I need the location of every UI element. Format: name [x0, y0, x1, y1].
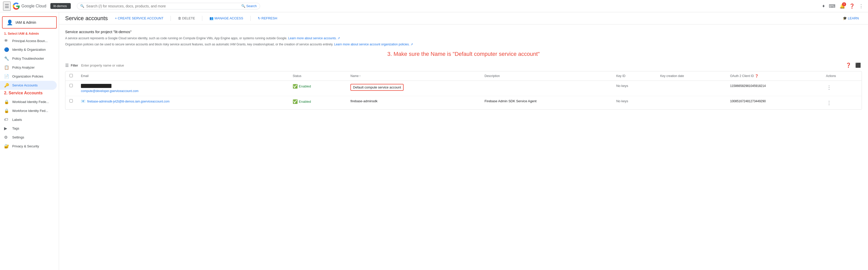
columns-icon[interactable]: ⬛ — [854, 61, 862, 69]
menu-icon[interactable]: ☰ — [3, 2, 11, 11]
sidebar-item-service-accounts[interactable]: 🔑 Service Accounts — [0, 81, 57, 90]
btn-separator-3 — [250, 16, 251, 21]
page-title: Service accounts — [65, 15, 108, 22]
refresh-button[interactable]: ↻ REFRESH — [255, 15, 280, 22]
row2-description-cell: Firebase Admin SDK Service Agent — [480, 96, 612, 110]
page-content: Service accounts for project "lit-demos"… — [59, 25, 868, 115]
row2-status-cell: ✅ Enabled — [288, 96, 346, 110]
row2-oauth-cell: 100851672481273449290 — [726, 96, 822, 110]
topbar: ☰ Google Cloud lit-demos 🔍 🔍 Search ♦ ⌨ … — [0, 0, 868, 12]
google-cloud-logo: Google Cloud — [13, 3, 46, 10]
desc-1: A service account represents a Google Cl… — [65, 36, 862, 40]
more-options-icon-btn[interactable]: ⋮ — [857, 2, 865, 10]
sidebar-item-workforce-identity[interactable]: 🔒 Workforce Identity Fed... — [0, 106, 57, 115]
main-content: Service accounts + CREATE SERVICE ACCOUN… — [59, 12, 868, 270]
sidebar-item-policy-analyzer[interactable]: 📋 Policy Analyzer — [0, 63, 57, 72]
sidebar-header-iam[interactable]: 👤 IAM & Admin — [2, 16, 57, 29]
desc-2-link[interactable]: Learn more about service account organiz… — [334, 43, 413, 46]
row1-actions-button[interactable]: ⋮ — [826, 84, 832, 91]
workforce-identity-icon: 🔒 — [4, 108, 9, 113]
help-icon-btn[interactable]: ❓ — [848, 2, 856, 10]
page-subtitle: Service accounts for project "lit-demos" — [65, 30, 862, 34]
notification-icon-btn[interactable]: 🔔 1 — [838, 2, 847, 10]
row2-status-icon: ✅ — [292, 99, 298, 104]
project-selector[interactable]: lit-demos — [51, 3, 71, 9]
th-checkbox — [65, 72, 77, 81]
terminal-icon-btn[interactable]: ⌨ — [827, 2, 837, 10]
sidebar-item-policy-troubleshooter[interactable]: 🔧 Policy Troubleshooter — [0, 54, 57, 63]
delete-button[interactable]: 🗑 DELETE — [175, 15, 198, 22]
row1-name-highlighted: Default compute service account — [350, 84, 404, 91]
search-btn-icon: 🔍 — [241, 4, 245, 8]
learn-icon: 🎓 — [843, 16, 847, 20]
row2-email-cell: 📧 firebase-adminsdk-jvt2t@lit-demos.iam.… — [77, 96, 288, 110]
policy-troubleshooter-icon: 🔧 — [4, 56, 9, 61]
search-bar: 🔍 🔍 Search — [77, 3, 260, 9]
help-filter-icon[interactable]: ❓ — [845, 61, 852, 69]
filter-input[interactable] — [80, 62, 842, 68]
name-sort-icon: ↑ — [359, 74, 361, 78]
diamond-icon-btn[interactable]: ♦ — [821, 2, 826, 10]
sidebar-item-workload-identity[interactable]: 🔒 Workload Identity Fede... — [0, 98, 57, 106]
learn-button[interactable]: 🎓 LEARN — [840, 15, 862, 22]
service-accounts-icon: 🔑 — [4, 83, 9, 88]
service-accounts-table: Email Status Name ↑ Description Key ID K… — [65, 71, 862, 110]
btn-separator-1 — [170, 16, 171, 21]
annotation-2: 2. Service Accounts — [0, 90, 59, 98]
table-row: compute@developer.gserviceaccount.com ✅ … — [65, 81, 862, 96]
row1-email-cell: compute@developer.gserviceaccount.com — [77, 81, 288, 96]
google-logo-svg — [13, 3, 20, 10]
row1-actions-cell: ⋮ — [822, 81, 862, 96]
desc-1-link[interactable]: Learn more about service accounts. ↗ — [288, 36, 340, 40]
row1-key-date-cell — [656, 81, 726, 96]
search-button[interactable]: 🔍 Search — [241, 4, 257, 8]
topbar-actions: ♦ ⌨ 🔔 1 ❓ ⋮ — [821, 2, 865, 10]
row1-checkbox-cell — [65, 81, 77, 96]
layout: 👤 IAM & Admin 1. Select IAM & Admin 👁 Pr… — [0, 12, 868, 270]
th-email: Email — [77, 72, 288, 81]
row1-key-id-cell: No keys — [612, 81, 656, 96]
table-header-row: Email Status Name ↑ Description Key ID K… — [65, 72, 862, 81]
th-description: Description — [480, 72, 612, 81]
desc-2: Organization policies can be used to sec… — [65, 42, 862, 47]
notification-badge: 1 — [842, 2, 846, 6]
sidebar-item-identity-org[interactable]: 🔵 Identity & Organization — [0, 45, 57, 54]
tags-icon: ▶ — [4, 126, 9, 131]
sidebar-item-org-policies[interactable]: 📄 Organization Policies — [0, 72, 57, 81]
sidebar-item-labels[interactable]: 🏷 Labels — [0, 115, 57, 124]
row1-email-link[interactable]: compute@developer.gserviceaccount.com — [81, 89, 138, 93]
row2-key-date-cell — [656, 96, 726, 110]
search-input[interactable] — [86, 4, 239, 8]
manage-access-button[interactable]: 👥 MANAGE ACCESS — [206, 15, 246, 22]
principal-access-icon: 👁 — [4, 38, 9, 43]
search-icon: 🔍 — [80, 4, 84, 8]
privacy-security-icon: 🔐 — [4, 144, 9, 148]
row1-status-icon: ✅ — [292, 84, 298, 89]
row1-checkbox[interactable] — [69, 84, 73, 87]
labels-icon: 🏷 — [4, 117, 9, 122]
iam-icon: 👤 — [7, 19, 13, 26]
filter-icon: ☰ — [65, 63, 69, 68]
row2-actions-button[interactable]: ⋮ — [826, 99, 832, 106]
create-service-account-button[interactable]: + CREATE SERVICE ACCOUNT — [112, 15, 167, 22]
sidebar-item-settings[interactable]: ⚙ Settings — [0, 133, 57, 142]
table-row: 📧 firebase-adminsdk-jvt2t@lit-demos.iam.… — [65, 96, 862, 110]
settings-icon: ⚙ — [4, 135, 9, 140]
th-name: Name ↑ — [346, 72, 480, 81]
sidebar-item-tags[interactable]: ▶ Tags — [0, 124, 57, 133]
row2-checkbox[interactable] — [69, 99, 73, 103]
row1-name-cell: Default compute service account — [346, 81, 480, 96]
sidebar-item-principal-access[interactable]: 👁 Principal Access Boun... — [0, 36, 57, 45]
sidebar-item-privacy-security[interactable]: 🔐 Privacy & Security — [0, 142, 57, 151]
annotation-1: 1. Select IAM & Admin — [0, 31, 59, 36]
row2-email-icon: 📧 — [81, 99, 85, 103]
sidebar: 👤 IAM & Admin 1. Select IAM & Admin 👁 Pr… — [0, 12, 59, 270]
row1-oauth-cell: 115866582981045918214 — [726, 81, 822, 96]
select-all-checkbox[interactable] — [69, 74, 73, 77]
row2-key-id-cell: No keys — [612, 96, 656, 110]
row1-description-cell — [480, 81, 612, 96]
row2-email-link[interactable]: firebase-adminsdk-jvt2t@lit-demos.iam.gs… — [87, 100, 170, 103]
row1-email-redacted — [81, 84, 112, 88]
row1-status-text: Enabled — [299, 84, 311, 88]
identity-org-icon: 🔵 — [4, 47, 9, 52]
